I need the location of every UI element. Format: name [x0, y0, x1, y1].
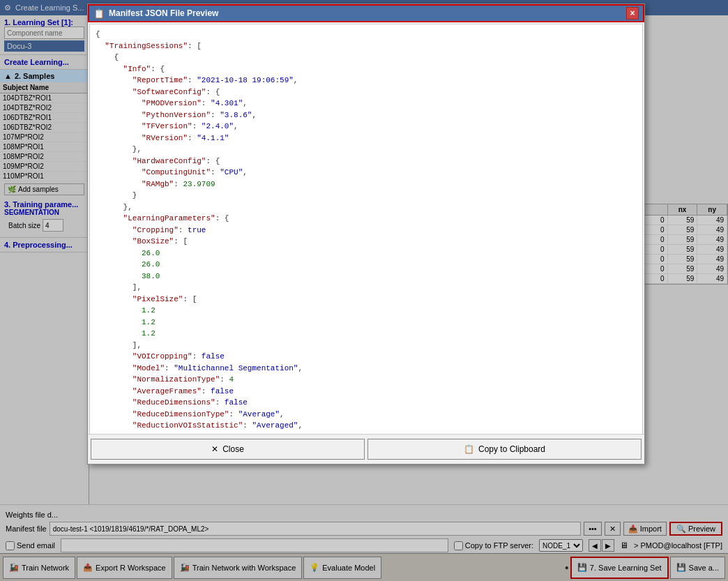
modal-icon: 📋	[93, 8, 105, 19]
copy-clipboard-button[interactable]: 📋 Copy to Clipboard	[367, 439, 642, 460]
modal-content: { "TrainingSessions": [ { "Info": { "Rep…	[88, 22, 644, 434]
copy-label: Copy to Clipboard	[478, 444, 545, 454]
close-icon: ✕	[211, 444, 218, 454]
modal-close-button[interactable]: ×	[626, 7, 639, 20]
copy-icon: 📋	[464, 444, 474, 454]
modal-title: Manifest JSON File Preview	[109, 8, 622, 18]
manifest-preview-modal: 📋 Manifest JSON File Preview × { "Traini…	[87, 3, 645, 465]
modal-titlebar: 📋 Manifest JSON File Preview ×	[88, 4, 644, 22]
json-viewer[interactable]: { "TrainingSessions": [ { "Info": { "Rep…	[89, 24, 643, 434]
close-button[interactable]: ✕ Close	[91, 439, 365, 460]
modal-footer: ✕ Close 📋 Copy to Clipboard	[88, 434, 644, 464]
close-label: Close	[222, 444, 244, 454]
